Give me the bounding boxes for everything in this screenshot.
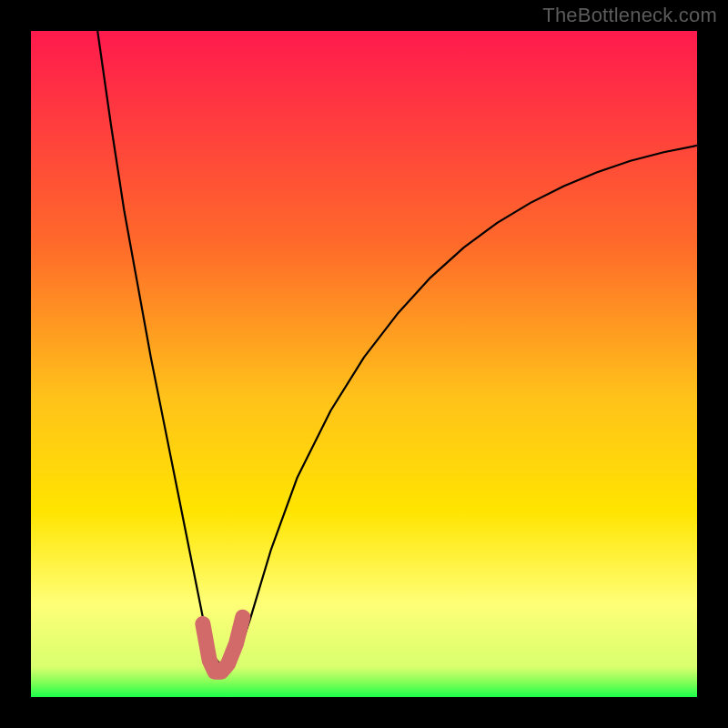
- plot-area: [31, 31, 697, 697]
- chart-frame: TheBottleneck.com: [0, 0, 728, 728]
- chart-svg: [31, 31, 697, 697]
- watermark-text: TheBottleneck.com: [542, 4, 717, 27]
- chart-background: [31, 31, 697, 697]
